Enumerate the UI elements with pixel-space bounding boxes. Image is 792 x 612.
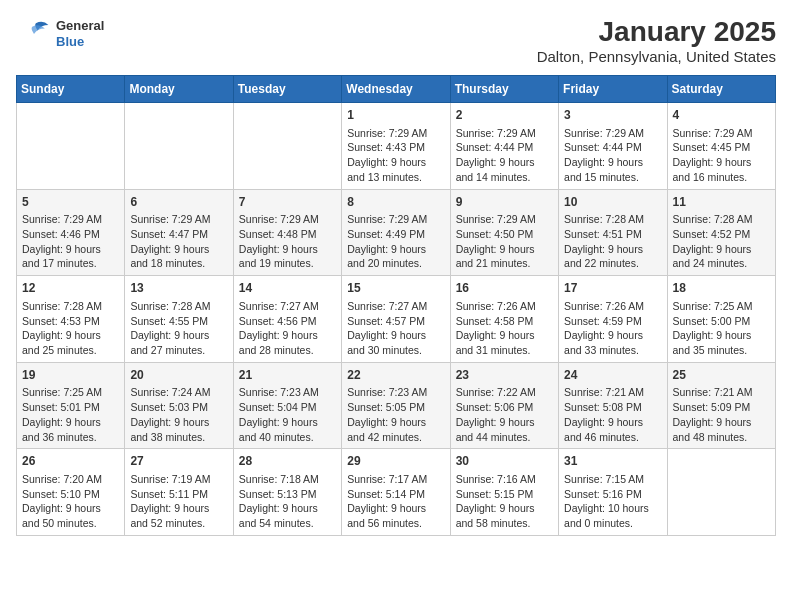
day-info: Sunrise: 7:23 AM Sunset: 5:05 PM Dayligh… (347, 385, 444, 444)
calendar-cell: 17Sunrise: 7:26 AM Sunset: 4:59 PM Dayli… (559, 276, 667, 363)
calendar-cell: 5Sunrise: 7:29 AM Sunset: 4:46 PM Daylig… (17, 189, 125, 276)
day-info: Sunrise: 7:16 AM Sunset: 5:15 PM Dayligh… (456, 472, 553, 531)
day-number: 14 (239, 280, 336, 297)
day-info: Sunrise: 7:29 AM Sunset: 4:50 PM Dayligh… (456, 212, 553, 271)
day-number: 4 (673, 107, 770, 124)
page-subtitle: Dalton, Pennsylvania, United States (537, 48, 776, 65)
calendar-cell: 12Sunrise: 7:28 AM Sunset: 4:53 PM Dayli… (17, 276, 125, 363)
calendar-cell: 19Sunrise: 7:25 AM Sunset: 5:01 PM Dayli… (17, 362, 125, 449)
header-cell-sunday: Sunday (17, 76, 125, 103)
day-number: 28 (239, 453, 336, 470)
day-info: Sunrise: 7:29 AM Sunset: 4:46 PM Dayligh… (22, 212, 119, 271)
day-number: 7 (239, 194, 336, 211)
calendar-cell: 8Sunrise: 7:29 AM Sunset: 4:49 PM Daylig… (342, 189, 450, 276)
day-number: 22 (347, 367, 444, 384)
header-cell-saturday: Saturday (667, 76, 775, 103)
day-info: Sunrise: 7:29 AM Sunset: 4:44 PM Dayligh… (564, 126, 661, 185)
day-info: Sunrise: 7:24 AM Sunset: 5:03 PM Dayligh… (130, 385, 227, 444)
calendar-cell: 23Sunrise: 7:22 AM Sunset: 5:06 PM Dayli… (450, 362, 558, 449)
logo-blue: Blue (56, 34, 104, 50)
page-title: January 2025 (537, 16, 776, 48)
calendar-cell (233, 103, 341, 190)
day-number: 23 (456, 367, 553, 384)
week-row-4: 26Sunrise: 7:20 AM Sunset: 5:10 PM Dayli… (17, 449, 776, 536)
week-row-2: 12Sunrise: 7:28 AM Sunset: 4:53 PM Dayli… (17, 276, 776, 363)
day-number: 9 (456, 194, 553, 211)
header-cell-wednesday: Wednesday (342, 76, 450, 103)
week-row-0: 1Sunrise: 7:29 AM Sunset: 4:43 PM Daylig… (17, 103, 776, 190)
calendar-cell: 14Sunrise: 7:27 AM Sunset: 4:56 PM Dayli… (233, 276, 341, 363)
day-info: Sunrise: 7:29 AM Sunset: 4:47 PM Dayligh… (130, 212, 227, 271)
calendar-cell: 4Sunrise: 7:29 AM Sunset: 4:45 PM Daylig… (667, 103, 775, 190)
day-info: Sunrise: 7:21 AM Sunset: 5:09 PM Dayligh… (673, 385, 770, 444)
calendar-cell: 9Sunrise: 7:29 AM Sunset: 4:50 PM Daylig… (450, 189, 558, 276)
day-info: Sunrise: 7:29 AM Sunset: 4:43 PM Dayligh… (347, 126, 444, 185)
day-info: Sunrise: 7:28 AM Sunset: 4:52 PM Dayligh… (673, 212, 770, 271)
calendar-cell (125, 103, 233, 190)
day-info: Sunrise: 7:27 AM Sunset: 4:57 PM Dayligh… (347, 299, 444, 358)
calendar-header: SundayMondayTuesdayWednesdayThursdayFrid… (17, 76, 776, 103)
calendar-cell: 13Sunrise: 7:28 AM Sunset: 4:55 PM Dayli… (125, 276, 233, 363)
logo-text: General Blue (56, 18, 104, 49)
header-cell-thursday: Thursday (450, 76, 558, 103)
day-info: Sunrise: 7:17 AM Sunset: 5:14 PM Dayligh… (347, 472, 444, 531)
day-number: 5 (22, 194, 119, 211)
week-row-1: 5Sunrise: 7:29 AM Sunset: 4:46 PM Daylig… (17, 189, 776, 276)
calendar-cell: 1Sunrise: 7:29 AM Sunset: 4:43 PM Daylig… (342, 103, 450, 190)
page-header: General Blue January 2025 Dalton, Pennsy… (16, 16, 776, 65)
day-number: 12 (22, 280, 119, 297)
day-number: 1 (347, 107, 444, 124)
calendar-cell: 28Sunrise: 7:18 AM Sunset: 5:13 PM Dayli… (233, 449, 341, 536)
calendar-cell (17, 103, 125, 190)
calendar-table: SundayMondayTuesdayWednesdayThursdayFrid… (16, 75, 776, 536)
day-info: Sunrise: 7:29 AM Sunset: 4:45 PM Dayligh… (673, 126, 770, 185)
day-info: Sunrise: 7:28 AM Sunset: 4:51 PM Dayligh… (564, 212, 661, 271)
calendar-cell: 31Sunrise: 7:15 AM Sunset: 5:16 PM Dayli… (559, 449, 667, 536)
day-info: Sunrise: 7:25 AM Sunset: 5:00 PM Dayligh… (673, 299, 770, 358)
day-info: Sunrise: 7:26 AM Sunset: 4:59 PM Dayligh… (564, 299, 661, 358)
calendar-body: 1Sunrise: 7:29 AM Sunset: 4:43 PM Daylig… (17, 103, 776, 536)
day-number: 13 (130, 280, 227, 297)
day-number: 29 (347, 453, 444, 470)
day-info: Sunrise: 7:18 AM Sunset: 5:13 PM Dayligh… (239, 472, 336, 531)
day-number: 8 (347, 194, 444, 211)
calendar-cell: 11Sunrise: 7:28 AM Sunset: 4:52 PM Dayli… (667, 189, 775, 276)
day-number: 26 (22, 453, 119, 470)
day-number: 3 (564, 107, 661, 124)
day-info: Sunrise: 7:27 AM Sunset: 4:56 PM Dayligh… (239, 299, 336, 358)
day-info: Sunrise: 7:28 AM Sunset: 4:53 PM Dayligh… (22, 299, 119, 358)
header-cell-monday: Monday (125, 76, 233, 103)
logo-general: General (56, 18, 104, 34)
calendar-cell (667, 449, 775, 536)
day-info: Sunrise: 7:28 AM Sunset: 4:55 PM Dayligh… (130, 299, 227, 358)
calendar-cell: 7Sunrise: 7:29 AM Sunset: 4:48 PM Daylig… (233, 189, 341, 276)
calendar-cell: 30Sunrise: 7:16 AM Sunset: 5:15 PM Dayli… (450, 449, 558, 536)
day-number: 20 (130, 367, 227, 384)
calendar-cell: 2Sunrise: 7:29 AM Sunset: 4:44 PM Daylig… (450, 103, 558, 190)
calendar-cell: 6Sunrise: 7:29 AM Sunset: 4:47 PM Daylig… (125, 189, 233, 276)
calendar-cell: 15Sunrise: 7:27 AM Sunset: 4:57 PM Dayli… (342, 276, 450, 363)
calendar-cell: 18Sunrise: 7:25 AM Sunset: 5:00 PM Dayli… (667, 276, 775, 363)
header-cell-friday: Friday (559, 76, 667, 103)
week-row-3: 19Sunrise: 7:25 AM Sunset: 5:01 PM Dayli… (17, 362, 776, 449)
day-number: 30 (456, 453, 553, 470)
calendar-cell: 25Sunrise: 7:21 AM Sunset: 5:09 PM Dayli… (667, 362, 775, 449)
day-number: 15 (347, 280, 444, 297)
calendar-cell: 10Sunrise: 7:28 AM Sunset: 4:51 PM Dayli… (559, 189, 667, 276)
calendar-cell: 27Sunrise: 7:19 AM Sunset: 5:11 PM Dayli… (125, 449, 233, 536)
day-info: Sunrise: 7:29 AM Sunset: 4:49 PM Dayligh… (347, 212, 444, 271)
calendar-cell: 24Sunrise: 7:21 AM Sunset: 5:08 PM Dayli… (559, 362, 667, 449)
calendar-cell: 22Sunrise: 7:23 AM Sunset: 5:05 PM Dayli… (342, 362, 450, 449)
day-info: Sunrise: 7:15 AM Sunset: 5:16 PM Dayligh… (564, 472, 661, 531)
day-number: 10 (564, 194, 661, 211)
logo-icon (16, 16, 52, 52)
day-info: Sunrise: 7:20 AM Sunset: 5:10 PM Dayligh… (22, 472, 119, 531)
day-info: Sunrise: 7:23 AM Sunset: 5:04 PM Dayligh… (239, 385, 336, 444)
day-number: 31 (564, 453, 661, 470)
day-number: 27 (130, 453, 227, 470)
day-number: 18 (673, 280, 770, 297)
title-block: January 2025 Dalton, Pennsylvania, Unite… (537, 16, 776, 65)
day-number: 2 (456, 107, 553, 124)
day-number: 11 (673, 194, 770, 211)
day-info: Sunrise: 7:19 AM Sunset: 5:11 PM Dayligh… (130, 472, 227, 531)
